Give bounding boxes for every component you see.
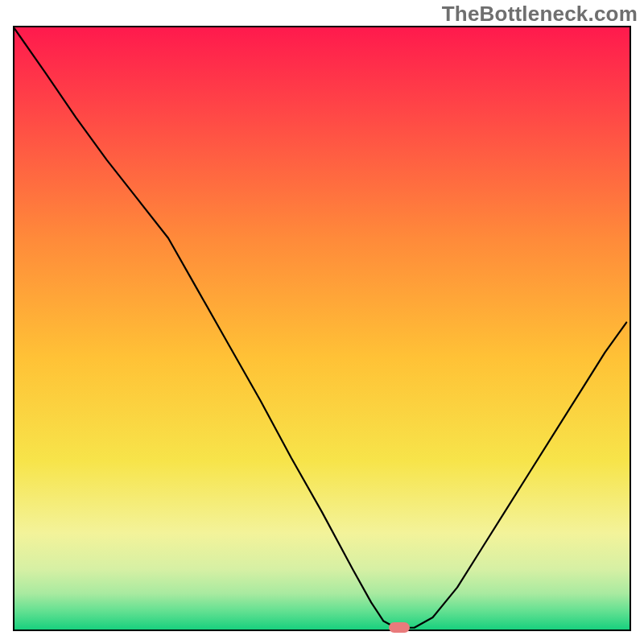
optimal-marker	[389, 622, 410, 633]
plot-frame	[13, 26, 631, 631]
plot-svg	[14, 27, 630, 630]
background-gradient-rect	[14, 27, 630, 630]
bottleneck-chart: TheBottleneck.com	[0, 0, 644, 644]
watermark-text: TheBottleneck.com	[442, 2, 638, 27]
